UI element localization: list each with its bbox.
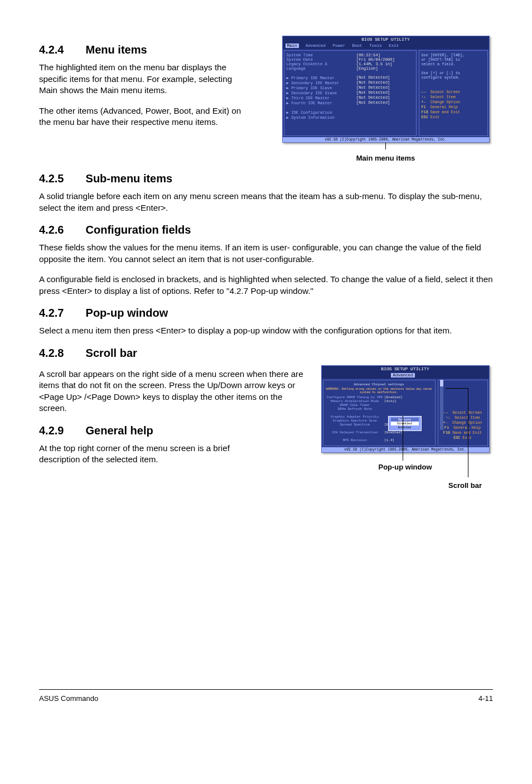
bios-footer-2: v02.58 (C)Copyright 1985-2006, American … xyxy=(322,447,489,452)
nav-d: General Help xyxy=(431,105,458,109)
help-l6: configure system. xyxy=(422,75,485,80)
row-lbl: ▶ Primary IDE Slave xyxy=(287,85,356,90)
popup-opt1: Disabled xyxy=(391,422,419,425)
row-lbl: ▶ Secondary IDE Master xyxy=(287,80,356,85)
para-425: A solid triangle before each item on any… xyxy=(39,191,493,214)
row-val: [Enabled] xyxy=(384,395,402,399)
popup-opt2: Enabled xyxy=(391,425,419,429)
nav-k: ESC xyxy=(422,115,428,119)
bios-main-screenshot: BIOS SETUP UTILITY Main Advanced Power B… xyxy=(282,36,490,143)
row-val: [Auto] xyxy=(384,399,396,403)
footer-right: 4-11 xyxy=(478,694,493,703)
para-426-2: A configurable field is enclosed in brac… xyxy=(39,274,493,297)
row-lbl: Graphic Adapter Priority xyxy=(326,415,385,419)
row-lbl: System Time xyxy=(287,53,356,57)
heading-num: 4.2.5 xyxy=(39,172,83,185)
row-val: [Not Detected] xyxy=(356,80,390,85)
row-lbl: Language xyxy=(287,66,356,71)
heading-num: 4.2.9 xyxy=(39,424,83,437)
nav-d: Change Option xyxy=(431,100,460,104)
nav-k: +- xyxy=(422,100,426,104)
para-426-1: These fields show the values for the men… xyxy=(39,242,493,265)
row-val: [Enabled] xyxy=(384,430,402,434)
bios-left-panel: System Time[06:22:54] System Date[Fri 05… xyxy=(284,50,417,136)
row-val: [Not Detected] xyxy=(356,95,390,100)
tab-exit: Exit xyxy=(389,43,399,48)
bios-title-2: BIOS SETUP UTILITY xyxy=(322,366,489,372)
para-427: Select a menu item then press <Enter> to… xyxy=(39,325,493,337)
row-lbl: Graphics Aperture Size xyxy=(326,419,385,423)
tab-advanced: Advanced xyxy=(306,43,326,48)
section-424: 4.2.4 Menu items The highlighted item on… xyxy=(39,33,493,162)
nav-d: Exit xyxy=(431,115,439,119)
heading-title: Menu items xyxy=(86,43,147,56)
bios-footer: v02.58 (C)Copyright 1985-2006, American … xyxy=(283,137,489,142)
row-lbl: ICH Delayed Transaction xyxy=(326,430,385,434)
caption-scrollbar: Scroll bar xyxy=(317,481,493,490)
section-428-wrap: BIOS SETUP UTILITY Advanced Advanced Chi… xyxy=(39,365,493,490)
bios-right-panel: Use [ENTER], [TAB], or [SHIFT-TAB] to se… xyxy=(419,50,488,136)
bios-body-2: Advanced Chipset settings WARNING: Setti… xyxy=(322,379,489,447)
bios-tabs: Main Advanced Power Boot Tools Exit xyxy=(283,42,489,49)
row-lbl: Legacy Diskette A xyxy=(287,62,356,66)
row-val: [1.44M, 3.5 in] xyxy=(356,62,393,66)
nav-d: Select Item xyxy=(431,95,456,99)
row-lbl: Spread Spectrum xyxy=(326,423,385,427)
nav-k: ↑↓ xyxy=(422,95,426,99)
row-lbl: ▶ System Information xyxy=(287,115,356,120)
heading-425: 4.2.5 Sub-menu items xyxy=(39,172,493,185)
nav-k: ↑↓ xyxy=(446,415,450,420)
row-val: [06:22:54] xyxy=(356,53,380,57)
heading-num: 4.2.6 xyxy=(39,224,83,236)
heading-427: 4.2.7 Pop-up window xyxy=(39,307,493,320)
heading-title: General help xyxy=(86,424,153,437)
help-l1: Use [ENTER], [TAB], xyxy=(422,53,485,57)
tab-tools: Tools xyxy=(369,43,382,48)
tab-power: Power xyxy=(333,43,346,48)
row-val: [Not Detected] xyxy=(356,90,390,95)
bios-popup-screenshot: BIOS SETUP UTILITY Advanced Advanced Chi… xyxy=(321,365,490,453)
help-l3: select a field. xyxy=(422,62,485,66)
nav-k: ESC xyxy=(453,435,460,440)
row-lbl: ▶ Third IDE Master xyxy=(287,95,356,100)
tab-main: Main xyxy=(286,43,299,48)
nav-keys: ←→ Select Screen ↑↓ Select Item +- Chang… xyxy=(422,90,485,119)
scroll-pointer-h xyxy=(446,388,468,389)
tab-boot: Boot xyxy=(352,43,362,48)
para-424-2: The other items (Advanced, Power, Boot, … xyxy=(39,105,245,128)
nav-k: +- xyxy=(443,420,448,425)
popup-title: Options xyxy=(391,418,419,422)
heading-num: 4.2.8 xyxy=(39,347,83,360)
nav-k: ←→ xyxy=(422,90,426,94)
tab-advanced-2: Advanced xyxy=(391,373,414,378)
caption-main-menu: Main menu items xyxy=(278,154,493,162)
nav-k: F1 xyxy=(422,105,426,109)
section-424-text: 4.2.4 Menu items The highlighted item on… xyxy=(39,33,245,137)
nav-k: F10 xyxy=(443,430,450,435)
row-lbl: ▶ IDE Configuration xyxy=(287,110,356,115)
bios-body: System Time[06:22:54] System Date[Fri 05… xyxy=(283,49,489,137)
row-lbl: System Date xyxy=(287,57,356,62)
row-lbl: Memory Acceleration Mode xyxy=(326,399,385,403)
heading-title: Scroll bar xyxy=(86,347,137,359)
heading-num: 4.2.7 xyxy=(39,307,83,320)
heading-428: 4.2.8 Scroll bar xyxy=(39,347,493,360)
row-val: [Fri 05/04/2006] xyxy=(356,57,395,62)
bios-tabs-2: Advanced xyxy=(322,372,489,379)
heading-num: 4.2.4 xyxy=(39,43,83,56)
row-val: [1.4] xyxy=(384,438,394,442)
row-lbl: DRAM Idle Timer xyxy=(326,403,385,407)
heading-title: Pop-up window xyxy=(86,307,168,319)
page-footer: ASUS Commando 4-11 xyxy=(39,689,493,703)
row-lbl: ▶ Primary IDE Master xyxy=(287,75,356,80)
bios-left-2: Advanced Chipset settings WARNING: Setti… xyxy=(323,380,436,446)
nav-keys-2: ←→ Select Screen ↑↓ Select Item +- Chang… xyxy=(441,410,485,440)
row-lbl: Configure DRAM Timing by SPD xyxy=(326,395,385,399)
row-lbl: MPS Revision xyxy=(326,438,385,442)
help-l2: or [SHIFT-TAB] to xyxy=(422,57,485,62)
row-val: [Not Detected] xyxy=(356,85,390,90)
panel-warning: WARNING: Setting wrong values in the sec… xyxy=(326,388,433,394)
bios-title: BIOS SETUP UTILITY xyxy=(283,36,489,42)
row-val: [Not Detected] xyxy=(356,100,390,105)
row-lbl: DRAm Refresh Rate xyxy=(326,407,385,411)
